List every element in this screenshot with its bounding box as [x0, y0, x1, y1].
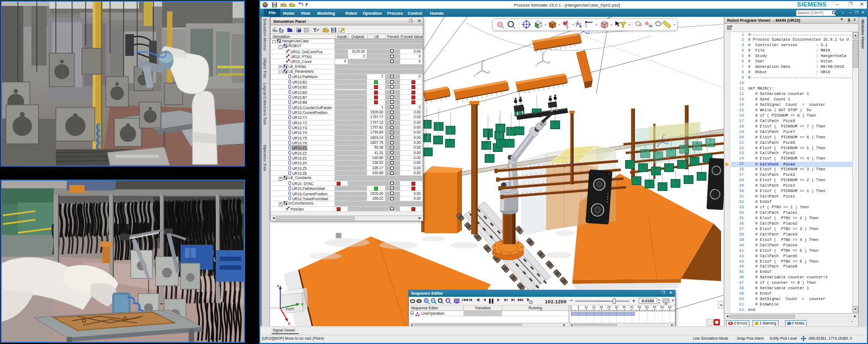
svg-text:z: z: [277, 284, 279, 288]
svg-text:x: x: [536, 63, 537, 67]
svg-text:y: y: [667, 141, 668, 144]
svg-text:y: y: [488, 70, 490, 73]
svg-text:x: x: [474, 74, 475, 77]
svg-text:z: z: [663, 133, 665, 137]
svg-text:x: x: [577, 34, 578, 37]
svg-text:y: y: [549, 60, 550, 63]
svg-text:x: x: [564, 165, 565, 169]
svg-text:X: X: [288, 322, 291, 326]
svg-text:z: z: [483, 59, 484, 62]
svg-text:◄: ◄: [719, 303, 723, 307]
svg-text:z: z: [571, 152, 573, 156]
svg-text:y: y: [577, 162, 578, 165]
svg-text:x: x: [657, 144, 659, 147]
svg-text:z: z: [543, 50, 545, 54]
svg-text:Y: Y: [301, 303, 304, 307]
